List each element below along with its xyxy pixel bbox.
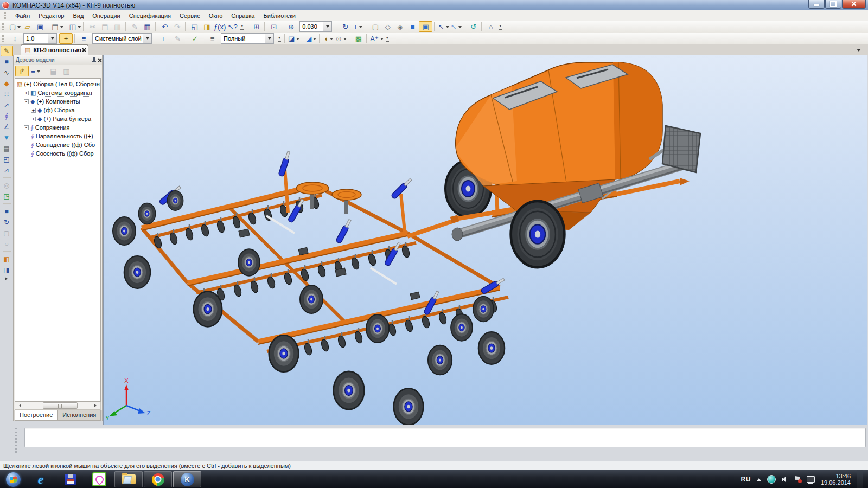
panel-icon-ghost-component[interactable]: ▢ [1,228,12,239]
dropdown-arrow-icon[interactable] [78,26,81,30]
menu-item-service[interactable]: Сервис [175,11,205,20]
dropdown-arrow-icon[interactable] [446,26,449,30]
tree-expander[interactable]: - [24,125,29,130]
taskbar-item-google-chrome[interactable] [144,471,172,487]
step-combobox[interactable]: 1.0 [23,33,57,44]
panel-icon-move-component[interactable]: ↻ [1,217,12,228]
restore-button[interactable] [825,0,841,9]
scale-dropdown-button[interactable] [323,22,331,31]
panel-tab-variants[interactable]: Исполнения [58,410,101,421]
tree-item-mates-group[interactable]: - ∮ Сопряжения [15,123,100,132]
dropdown-arrow-icon[interactable] [17,26,21,30]
tree-item-mate-coincident[interactable]: ∮ Совпадение ((ф) Сбо [15,140,100,149]
tab-list-button[interactable] [853,46,865,54]
toolbar-icon-applications-panel[interactable]: ⌂ [484,21,497,32]
volume-icon[interactable] [782,476,789,483]
tree-expander[interactable]: + [31,108,36,113]
panel-icon-filters[interactable]: ▼ [1,132,12,143]
menu-item-operations[interactable]: Операции [88,11,124,20]
panel-icon-auxiliary-geometry[interactable]: ↗ [1,100,12,111]
taskbar-clock[interactable]: 13:46 19.06.2014 [821,473,851,486]
toolbar-icon-callouts[interactable]: ◖ [322,33,335,44]
dropdown-arrow-icon[interactable] [313,38,316,42]
tree-item-mate-coaxial[interactable]: ∮ Соосность ((ф) Сбор [15,149,100,158]
tree-tool-tree-compose[interactable]: ▤ [47,66,60,76]
menu-item-window[interactable]: Окно [205,11,227,20]
tree-item-mate-parallel[interactable]: ∮ Параллельность ((+) [15,132,100,140]
dropdown-arrow-icon[interactable] [343,38,347,42]
panel-icon-component-solid[interactable]: ■ [1,206,12,217]
panel-tab-construction[interactable]: Построение [15,410,58,421]
toolbar-grip[interactable] [2,35,5,42]
toolbar-icon-rotate-view[interactable]: ↻ [339,21,352,32]
tree-item-coordinate-systems[interactable]: + ◧ Системы координат [15,88,100,97]
dropdown-arrow-icon[interactable] [296,38,299,42]
toolbar-icon-local-csys[interactable]: ∟ [159,33,171,44]
tree-expander[interactable]: - [24,99,29,104]
panel-icon-check-dimensions[interactable]: ⊿ [1,165,12,176]
toolbar-icon-zoom-area[interactable]: ⊡ [267,21,280,32]
step-dropdown-button[interactable] [48,34,56,43]
network-icon[interactable] [807,476,815,483]
layer-dropdown-button[interactable] [143,34,151,43]
toolbar-icon-print-preview[interactable]: ◫ [69,21,81,32]
menu-item-editor[interactable]: Редактор [34,11,68,20]
panel-icon-solid-modeling[interactable]: ■ [1,56,12,67]
panel-icon-spatial-curves[interactable]: ∿ [1,67,12,78]
scroll-left-button[interactable] [15,402,23,409]
dropdown-arrow-icon[interactable] [60,26,63,30]
tree-expander[interactable]: + [24,91,29,95]
toolbar-icon-display-wireframe[interactable]: ▢ [369,21,381,32]
toolbar-icon-clip-plane[interactable]: ◢ [305,33,317,44]
toolbar-icon-redo[interactable]: ↷ [171,21,183,32]
panel-icon-measure-3d[interactable]: ∠ [1,121,12,132]
menu-item-libraries[interactable]: Библиотеки [259,11,300,20]
property-bar-grip[interactable] [15,428,19,453]
tree-horizontal-scrollbar[interactable] [15,402,101,410]
toolbar-icon-overflow-standard[interactable]: ▾ [239,21,245,32]
toolbar-icon-section-display[interactable]: ◪ [288,33,300,44]
toolbar-icon-copy[interactable]: ▤ [99,21,111,32]
taskbar-item-kompas-3d[interactable]: K [173,471,201,487]
scroll-right-button[interactable] [92,402,100,409]
toolbar-icon-document-check[interactable]: ✓ [189,33,201,44]
panel-icon-mates[interactable]: ∮ [1,111,12,121]
detail-combobox[interactable]: Полный [221,33,274,44]
toolbar-icon-selection-filter[interactable]: ↖ [437,21,450,32]
dropdown-arrow-icon[interactable] [330,38,333,42]
tree-expander[interactable]: + [31,117,36,121]
toolbar-grip[interactable] [2,23,5,30]
toolbar-icon-display-hidden-thin[interactable]: ◈ [394,21,406,32]
close-button[interactable] [842,0,866,9]
toolbar-icon-variables-table[interactable]: ▦ [141,21,154,32]
dropdown-arrow-icon[interactable] [458,26,462,30]
toolbar-icon-document-manager[interactable]: ◱ [188,21,201,32]
toolbar-icon-overflow-main[interactable]: ▾ [497,21,503,32]
menu-item-file[interactable]: Файл [11,11,34,20]
toolbar-icon-variables-fx[interactable]: ƒ(x) [213,21,226,32]
toolbar-icon-copy-properties[interactable]: ✎ [129,21,141,32]
dropdown-arrow-icon[interactable] [359,26,362,30]
taskbar-item-internet-explorer[interactable]: e [27,471,55,487]
document-tab[interactable]: ▤ КП-9 полностью [21,44,88,55]
toolbar-icon-layers[interactable]: ≡ [78,33,90,44]
taskbar-item-floppy-app[interactable] [56,471,84,487]
toolbar-icon-overflow-end[interactable]: ▾ [384,33,391,44]
panel-icon-copy-geometry[interactable]: ◳ [1,191,12,202]
toolbar-icon-library-manager[interactable]: ◨ [201,21,213,32]
taskbar-item-qip-messenger[interactable] [85,471,113,487]
panel-icon-add-mate[interactable]: ◨ [1,265,12,275]
toolbar-icon-imported-objects[interactable]: ▩ [352,33,365,44]
detail-dropdown-button[interactable] [265,34,273,43]
layer-combobox[interactable]: Системный слой (0) [92,33,152,44]
action-center-flag-icon[interactable] [795,476,801,483]
toolbar-icon-display-shaded[interactable]: ■ [406,21,419,32]
toolbar-icon-paste[interactable]: ▥ [111,21,124,32]
panel-icon-camera-view[interactable]: ◎ [1,180,12,191]
scale-combobox[interactable]: 0.030 [299,21,332,32]
pin-icon[interactable] [91,57,97,63]
taskbar-item-start-button[interactable] [1,471,25,487]
toolbar-icon-orientation[interactable]: + [352,21,364,32]
taskbar-item-windows-explorer[interactable] [114,471,143,487]
viewport-3d[interactable]: X Y Z [103,55,867,425]
